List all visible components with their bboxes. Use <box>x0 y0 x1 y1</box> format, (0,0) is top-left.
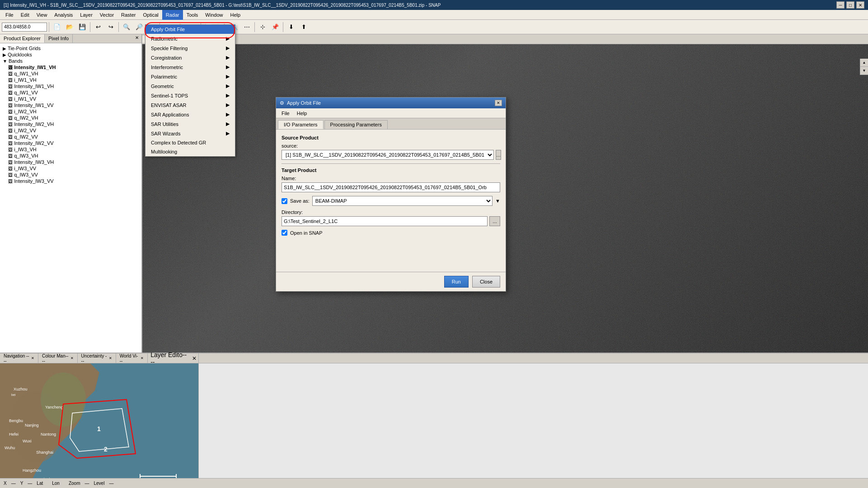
menu-window[interactable]: Window <box>202 10 226 20</box>
source-browse-btn[interactable]: … <box>496 150 501 160</box>
tree-item[interactable]: ▶Tie-Point Grids <box>2 45 140 51</box>
dialog-tab-io[interactable]: I/O Parameters <box>278 120 324 129</box>
nav-map[interactable]: Xuzhou bei Yancheng Bengbu Hefei Nanjing… <box>0 363 198 488</box>
tab-product-explorer[interactable]: Product Explorer <box>0 34 45 43</box>
target-name-input[interactable] <box>282 182 500 192</box>
menu-item-sar-utils[interactable]: SAR Utilities ▶ <box>145 119 235 129</box>
tree-item[interactable]: 🖼i_IW3_VV <box>2 165 140 172</box>
toolbar-gcp[interactable]: ⊹ <box>257 21 268 33</box>
tree-item[interactable]: 🖼Intensity_IW1_VH <box>2 83 140 89</box>
menu-item-complex-detected[interactable]: Complex to Detected GR <box>145 138 235 147</box>
save-format-select[interactable]: BEAM-DIMAP <box>312 196 493 206</box>
tab-navigation[interactable]: Navigation ----✕ <box>0 353 38 363</box>
tree-item[interactable]: 🖼i_IW2_VV <box>2 127 140 134</box>
menu-item-multilooking[interactable]: Multilooking <box>145 147 235 156</box>
tree-item[interactable]: 🖼i_IW2_VH <box>2 108 140 115</box>
tree-item[interactable]: 🖼q_IW3_VV <box>2 172 140 178</box>
close-dialog-button[interactable]: Close <box>472 276 500 288</box>
close-button[interactable]: ✕ <box>856 1 864 9</box>
menu-item-envisat[interactable]: ENVISAT ASAR ▶ <box>145 100 235 110</box>
add-tab-button[interactable]: ✕ <box>190 354 198 363</box>
toolbar-zoom-in[interactable]: 🔍 <box>121 21 132 33</box>
open-snap-label: Open in SNAP <box>290 230 323 236</box>
orbit-dialog-title: Apply Orbit File <box>287 100 321 106</box>
maximize-button[interactable]: □ <box>846 1 854 9</box>
tree-icon: 🖼 <box>8 71 13 76</box>
directory-input[interactable] <box>282 216 488 226</box>
menu-item-sentinel1tops[interactable]: Sentinel-1 TOPS ▶ <box>145 91 235 100</box>
tree-item[interactable]: ▶Quicklooks <box>2 51 140 58</box>
orbit-dialog-menu-file[interactable]: File <box>278 110 293 117</box>
toolbar-separator-6 <box>254 22 255 32</box>
toolbar-scatter[interactable]: ⋯ <box>241 21 253 33</box>
toolbar-new[interactable]: 📄 <box>51 21 63 33</box>
tree-item[interactable]: 🖼q_IW1_VV <box>2 89 140 96</box>
orbit-dialog-menu-help[interactable]: Help <box>293 110 311 117</box>
tree-item[interactable]: ▼Bands <box>2 58 140 64</box>
menu-tools[interactable]: Tools <box>183 10 202 20</box>
menu-item-coregistration[interactable]: Coregistration ▶ <box>145 53 235 62</box>
right-scroll: ▲ ▼ <box>860 59 868 75</box>
scroll-down[interactable]: ▼ <box>860 67 868 75</box>
panel-tabs: Product Explorer Pixel Info ✕ <box>0 34 141 43</box>
menu-item-speckle[interactable]: Speckle Filtering ▶ <box>145 43 235 53</box>
dialog-tab-processing[interactable]: Processing Parameters <box>324 120 388 129</box>
menu-optical[interactable]: Optical <box>139 10 162 20</box>
menu-radar[interactable]: Radar <box>162 10 183 20</box>
minimize-button[interactable]: ─ <box>836 1 845 9</box>
tree-item[interactable]: 🖼i_IW3_VH <box>2 146 140 153</box>
menu-item-polarimetric[interactable]: Polarimetric ▶ <box>145 72 235 81</box>
source-select[interactable]: [1] S1B_IW_SLC__1SDV_20190822T095426_201… <box>282 150 494 160</box>
menu-raster[interactable]: Raster <box>117 10 139 20</box>
menu-item-sar-apps[interactable]: SAR Applications ▶ <box>145 110 235 119</box>
orbit-dialog-close-button[interactable]: ✕ <box>495 100 502 106</box>
directory-browse-btn[interactable]: … <box>489 216 500 226</box>
toolbar-export[interactable]: ⬆ <box>298 21 310 33</box>
menu-edit[interactable]: Edit <box>17 10 33 20</box>
open-snap-checkbox[interactable] <box>282 230 287 236</box>
toolbar-open[interactable]: 📂 <box>64 21 75 33</box>
tree-item[interactable]: 🖼Intensity_IW1_VV <box>2 102 140 108</box>
toolbar-redo[interactable]: ↪ <box>105 21 117 33</box>
tree-item[interactable]: 🖼Intensity_IW3_VV <box>2 178 140 184</box>
menu-view[interactable]: View <box>33 10 51 20</box>
tab-colour-man[interactable]: Colour Man----✕ <box>38 353 78 363</box>
menu-help[interactable]: Help <box>226 10 244 20</box>
tree-item[interactable]: 🖼i_IW1_VV <box>2 96 140 102</box>
tree-item[interactable]: 🖼q_IW1_VH <box>2 70 140 77</box>
tab-uncertainty[interactable]: Uncertainty ---✕ <box>78 353 116 363</box>
menu-item-radiometric[interactable]: Radiometric ▶ <box>145 34 235 43</box>
menu-item-apply-orbit[interactable]: Apply Orbit File <box>145 25 235 34</box>
toolbar-undo[interactable]: ↩ <box>92 21 104 33</box>
save-as-checkbox[interactable] <box>282 198 287 204</box>
scroll-up[interactable]: ▲ <box>860 59 868 67</box>
toolbar-zoom-out[interactable]: 🔎 <box>133 21 145 33</box>
status-y-value: — <box>28 481 32 486</box>
menu-item-interferometric[interactable]: Interferometric ▶ <box>145 62 235 72</box>
city-nanjing: Nanjing <box>25 423 39 428</box>
toolbar-save[interactable]: 💾 <box>76 21 88 33</box>
panel-close[interactable]: ✕ <box>132 34 141 43</box>
tree-item[interactable]: 🖼Intensity_IW3_VH <box>2 159 140 165</box>
tree-item[interactable]: 🖼Intensity_IW2_VV <box>2 140 140 146</box>
menu-file[interactable]: File <box>2 10 17 20</box>
tree-item[interactable]: 🖼q_IW2_VV <box>2 134 140 140</box>
tab-pixel-info[interactable]: Pixel Info <box>45 34 73 43</box>
menu-analysis[interactable]: Analysis <box>51 10 76 20</box>
tree-icon: 🖼 <box>8 90 13 95</box>
menu-layer[interactable]: Layer <box>76 10 96 20</box>
directory-label: Directory: <box>282 209 500 215</box>
tree-item[interactable]: 🖼q_IW3_VH <box>2 153 140 159</box>
menu-item-geometric[interactable]: Geometric ▶ <box>145 81 235 91</box>
tree-item[interactable]: 🖼q_IW2_VH <box>2 115 140 121</box>
status-lon-label: Lon <box>52 481 60 486</box>
menu-item-sar-wizards[interactable]: SAR Wizards ▶ <box>145 129 235 138</box>
tree-item[interactable]: 🖼i_IW1_VH <box>2 77 140 83</box>
menu-vector[interactable]: Vector <box>96 10 117 20</box>
toolbar-import[interactable]: ⬇ <box>285 21 297 33</box>
tree-item[interactable]: 🖼Intensity_IW2_VH <box>2 121 140 127</box>
run-button[interactable]: Run <box>444 276 469 288</box>
toolbar-pin[interactable]: 📌 <box>269 21 281 33</box>
tab-world-view[interactable]: World Vi---✕ <box>116 353 148 363</box>
tree-item[interactable]: 🖼Intensity_IW1_VH <box>2 64 140 70</box>
